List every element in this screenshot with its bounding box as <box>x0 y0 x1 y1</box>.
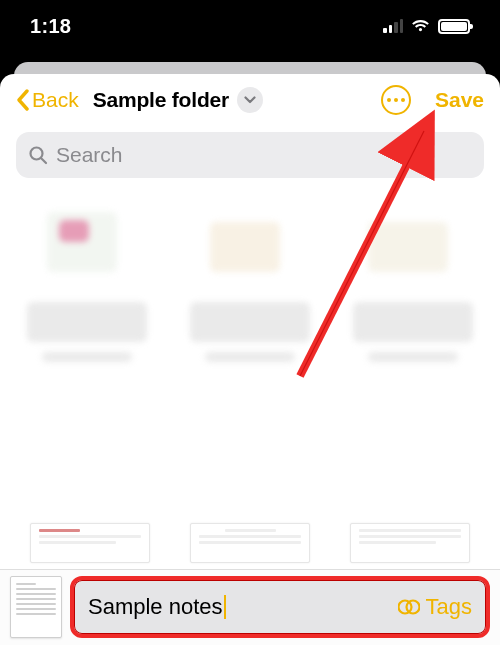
text-caret <box>224 595 226 619</box>
back-button[interactable]: Back <box>16 88 79 112</box>
svg-point-3 <box>406 600 419 613</box>
search-icon <box>28 145 48 165</box>
tags-icon <box>398 598 420 616</box>
search-placeholder: Search <box>56 143 123 167</box>
note-title-text: Sample notes <box>88 594 223 620</box>
nav-bar: Back Sample folder Save <box>0 74 500 126</box>
page-thumb[interactable] <box>350 523 470 563</box>
page-thumbnails <box>30 523 470 563</box>
status-bar: 1:18 <box>0 0 500 56</box>
svg-line-1 <box>41 158 46 163</box>
title-group[interactable]: Sample folder <box>93 87 371 113</box>
back-label: Back <box>32 88 79 112</box>
ellipsis-icon <box>387 98 391 102</box>
tags-label: Tags <box>426 594 472 620</box>
note-title-editor[interactable]: Sample notes Tags <box>70 576 490 638</box>
cellular-signal-icon <box>383 19 403 33</box>
battery-icon <box>438 19 470 34</box>
note-thumbnail[interactable] <box>180 192 320 382</box>
status-indicators <box>383 19 470 34</box>
note-thumbnail[interactable] <box>17 192 157 382</box>
chevron-down-icon <box>244 96 256 104</box>
bottom-toolbar: Sample notes Tags <box>0 569 500 645</box>
folder-dropdown-button[interactable] <box>237 87 263 113</box>
modal-sheet: Back Sample folder Save Search <box>0 74 500 645</box>
wifi-icon <box>411 19 430 33</box>
page-thumb[interactable] <box>190 523 310 563</box>
save-button[interactable]: Save <box>435 88 484 112</box>
notes-grid: Sample notes Tags <box>0 178 500 645</box>
search-input[interactable]: Search <box>16 132 484 178</box>
page-thumb[interactable] <box>30 523 150 563</box>
chevron-left-icon <box>16 89 30 111</box>
page-title: Sample folder <box>93 88 229 112</box>
tags-button[interactable]: Tags <box>398 594 472 620</box>
document-preview-thumb[interactable] <box>10 576 62 638</box>
more-options-button[interactable] <box>381 85 411 115</box>
note-thumbnail[interactable] <box>343 192 483 382</box>
status-time: 1:18 <box>30 15 71 38</box>
